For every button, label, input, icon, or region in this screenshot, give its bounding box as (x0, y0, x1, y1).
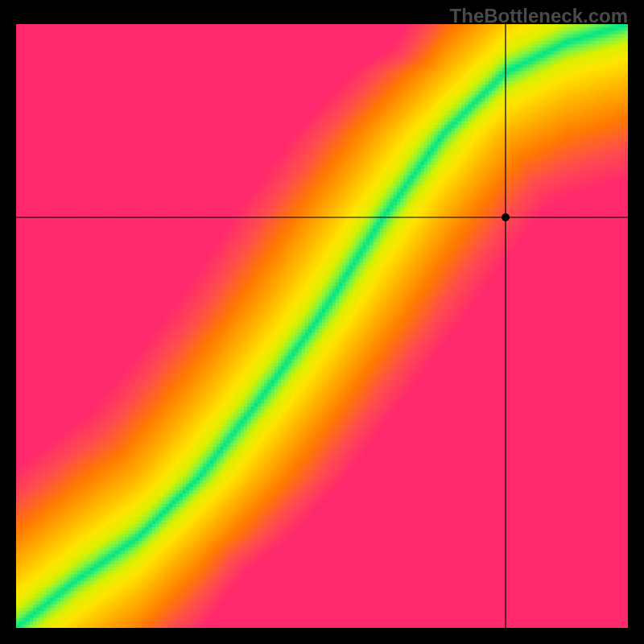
watermark-text: TheBottleneck.com (450, 5, 628, 27)
bottleneck-heatmap (16, 24, 628, 628)
heatmap-canvas (16, 24, 628, 628)
